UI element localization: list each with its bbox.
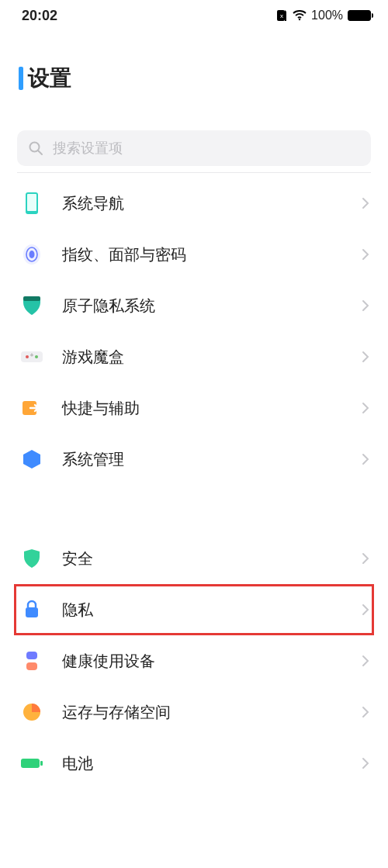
atom-shield-icon [20, 294, 43, 317]
item-label: 运存与存储空间 [62, 702, 343, 723]
svg-rect-11 [21, 351, 43, 362]
item-label: 系统管理 [62, 449, 343, 470]
battery-icon [348, 10, 371, 21]
svg-point-9 [29, 251, 35, 258]
settings-group-1: 系统导航 指纹、面部与密码 原子隐私系统 游戏魔盒 快捷与辅助 系统管 [0, 173, 388, 489]
svg-rect-22 [40, 761, 43, 766]
chevron-right-icon [362, 655, 369, 667]
item-label: 指纹、面部与密码 [62, 244, 343, 265]
item-security[interactable]: 安全 [0, 533, 388, 584]
item-battery[interactable]: 电池 [0, 738, 388, 789]
chevron-right-icon [362, 706, 369, 718]
item-label: 隐私 [62, 600, 343, 621]
chevron-right-icon [362, 603, 369, 616]
svg-line-4 [39, 151, 43, 155]
svg-rect-18 [26, 652, 37, 659]
svg-point-2 [299, 19, 300, 20]
item-game-box[interactable]: 游戏魔盒 [0, 331, 388, 382]
item-atom-privacy[interactable]: 原子隐私系统 [0, 280, 388, 331]
item-ram-storage[interactable]: 运存与存储空间 [0, 686, 388, 738]
item-digital-wellbeing[interactable]: 健康使用设备 [0, 635, 388, 686]
chevron-right-icon [362, 351, 369, 363]
section-gap [0, 489, 388, 528]
svg-text:x: x [280, 12, 283, 19]
title-accent [19, 67, 23, 90]
battery-pct: 100% [311, 9, 343, 22]
hourglass-icon [20, 649, 43, 673]
svg-rect-15 [31, 354, 33, 357]
chevron-right-icon [362, 299, 369, 312]
item-label: 电池 [62, 753, 343, 774]
search-icon [28, 140, 43, 156]
status-bar: 20:02 x 100% [0, 0, 388, 31]
item-label: 游戏魔盒 [62, 347, 343, 368]
svg-point-12 [26, 355, 29, 358]
battery-icon [20, 752, 43, 775]
gamepad-icon [20, 345, 43, 368]
item-biometrics-password[interactable]: 指纹、面部与密码 [0, 229, 388, 280]
pie-chart-icon [20, 700, 43, 724]
settings-group-2: 安全 隐私 健康使用设备 运存与存储空间 电池 [0, 528, 388, 794]
phone-icon [20, 192, 43, 215]
chevron-right-icon [362, 757, 369, 769]
chevron-right-icon [362, 197, 369, 209]
svg-rect-6 [27, 194, 36, 211]
chevron-right-icon [362, 248, 369, 261]
item-label: 快捷与辅助 [62, 398, 343, 419]
item-label: 健康使用设备 [62, 651, 343, 672]
page-title-row: 设置 [0, 31, 388, 116]
chevron-right-icon [362, 453, 369, 465]
svg-rect-10 [23, 296, 40, 301]
item-label: 系统导航 [62, 193, 343, 214]
page-title: 设置 [28, 64, 71, 93]
shield-icon [20, 547, 43, 570]
chevron-right-icon [362, 402, 369, 414]
wifi-icon [293, 10, 307, 21]
svg-rect-17 [26, 607, 38, 617]
item-system-navigation[interactable]: 系统导航 [0, 178, 388, 229]
search-field[interactable] [17, 130, 371, 166]
svg-point-13 [35, 355, 38, 358]
item-label: 原子隐私系统 [62, 296, 343, 316]
svg-point-3 [30, 143, 40, 152]
status-indicators: x 100% [275, 9, 371, 22]
status-time: 20:02 [22, 8, 57, 24]
fingerprint-icon [20, 243, 43, 266]
item-shortcut-accessibility[interactable]: 快捷与辅助 [0, 382, 388, 434]
shortcut-icon [20, 396, 43, 420]
item-system-management[interactable]: 系统管理 [0, 434, 388, 485]
item-privacy[interactable]: 隐私 [14, 584, 374, 635]
item-label: 安全 [62, 548, 343, 569]
sim-icon: x [275, 9, 288, 22]
hexagon-icon [20, 448, 43, 471]
chevron-right-icon [362, 552, 369, 565]
svg-rect-19 [26, 662, 37, 670]
search-input[interactable] [53, 140, 360, 157]
svg-rect-21 [21, 759, 40, 768]
lock-icon [20, 598, 43, 621]
